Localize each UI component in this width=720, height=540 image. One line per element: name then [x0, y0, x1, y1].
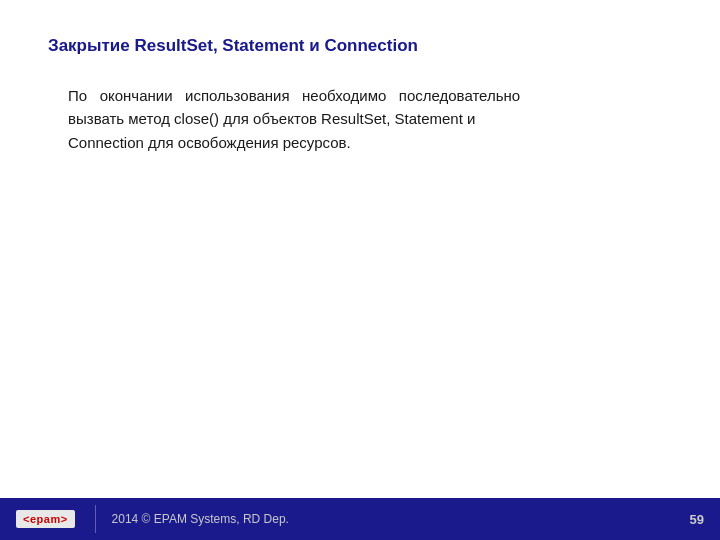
- slide-footer: <epam> 2014 © EPAM Systems, RD Dep. 59: [0, 498, 720, 540]
- footer-page-number: 59: [690, 512, 704, 527]
- footer-divider: [95, 505, 96, 533]
- slide-content: Закрытие ResultSet, Statement и Connecti…: [0, 0, 720, 498]
- slide-title: Закрытие ResultSet, Statement и Connecti…: [48, 36, 672, 56]
- slide-container: Закрытие ResultSet, Statement и Connecti…: [0, 0, 720, 540]
- epam-logo-container: <epam>: [16, 510, 75, 528]
- slide-body: По окончании использования необходимо по…: [48, 84, 672, 154]
- epam-logo: <epam>: [16, 510, 75, 528]
- footer-copyright: 2014 © EPAM Systems, RD Dep.: [112, 512, 690, 526]
